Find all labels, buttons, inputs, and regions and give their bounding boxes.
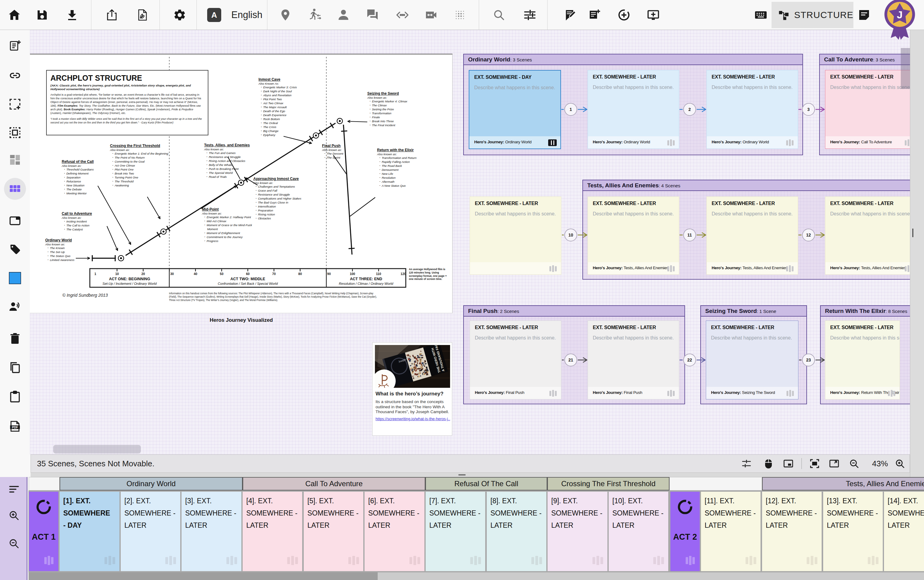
link-icon[interactable] bbox=[9, 69, 21, 82]
timeline-scene-cell[interactable]: [10]. EXT. SOMEWHERE - LATER bbox=[609, 492, 668, 571]
select-area-add-icon[interactable] bbox=[9, 98, 21, 110]
connector-number[interactable]: 1 bbox=[564, 103, 577, 116]
location-pin-icon[interactable] bbox=[279, 8, 292, 22]
connector-number[interactable]: 21 bbox=[564, 354, 577, 366]
scene-card[interactable]: EXT. SOMEWHERE - LATERDescribe what happ… bbox=[707, 70, 798, 149]
voice-person-icon[interactable] bbox=[9, 300, 21, 313]
web-card-link[interactable]: https://screenwriting.io/what-is-the-her… bbox=[376, 417, 450, 421]
dot-grid-icon[interactable] bbox=[453, 8, 466, 22]
connector-number[interactable]: 23 bbox=[802, 354, 815, 366]
note-add-icon[interactable] bbox=[588, 8, 601, 22]
timeline-scene-cell[interactable]: [4]. EXT. SOMEWHERE - LATER bbox=[243, 492, 302, 571]
timeline-scene-cell[interactable]: [12]. EXT. SOMEWHERE - LATER bbox=[762, 492, 822, 571]
connector-number[interactable]: 3 bbox=[802, 103, 815, 116]
connector-number[interactable]: 2 bbox=[683, 103, 696, 116]
comment-note-icon[interactable] bbox=[857, 8, 871, 22]
mouse-icon[interactable] bbox=[763, 458, 774, 469]
timeline-section[interactable]: Refusal Of The Call bbox=[425, 477, 547, 491]
scene-card[interactable]: EXT. SOMEWHERE - LATERDescribe what happ… bbox=[707, 196, 798, 275]
timeline-section[interactable]: Call To Adventure bbox=[243, 477, 425, 491]
camera-move-icon[interactable] bbox=[425, 8, 438, 22]
tag-icon[interactable] bbox=[9, 243, 21, 255]
timeline-scene-cell[interactable]: [3]. EXT. SOMEWHERE - LATER bbox=[181, 492, 241, 571]
language-badge[interactable]: A bbox=[207, 8, 221, 22]
clipboard-icon[interactable] bbox=[9, 391, 21, 403]
fit-screen-icon[interactable] bbox=[829, 458, 839, 469]
keyboard-icon[interactable] bbox=[754, 8, 768, 22]
timeline-scrollbar[interactable] bbox=[28, 572, 924, 580]
filter-list-icon[interactable] bbox=[8, 484, 20, 495]
note-add-icon[interactable] bbox=[9, 40, 21, 52]
select-all-icon[interactable] bbox=[9, 127, 21, 139]
settings-gear-icon[interactable] bbox=[173, 8, 186, 22]
save-icon[interactable] bbox=[35, 8, 49, 22]
pip-icon[interactable] bbox=[783, 458, 794, 469]
home-icon[interactable] bbox=[8, 8, 21, 22]
script-edit-icon[interactable] bbox=[564, 8, 578, 22]
scene-card[interactable]: EXT. SOMEWHERE - LATERDescribe what happ… bbox=[588, 196, 679, 275]
scene-card[interactable]: EXT. SOMEWHERE - LATERDescribe what happ… bbox=[825, 196, 910, 275]
pdf-export-icon[interactable] bbox=[136, 8, 149, 22]
timeline-scene-cell[interactable]: [5]. EXT. SOMEWHERE - LATER bbox=[304, 492, 363, 571]
timeline-scene-cell[interactable]: [2]. EXT. SOMEWHERE - LATER bbox=[121, 492, 180, 571]
tune-icon[interactable] bbox=[741, 458, 752, 469]
canvas-vertical-scrollbar[interactable] bbox=[901, 48, 910, 89]
timeline-scene-cell[interactable]: [11]. EXT. SOMEWHERE - LATER bbox=[701, 492, 761, 571]
timeline-section[interactable]: Crossing The First Threshold bbox=[547, 477, 669, 491]
pdf-box-icon[interactable]: PDF bbox=[9, 420, 21, 432]
grid-view-icon[interactable] bbox=[9, 183, 21, 195]
web-link-card[interactable]: Joseph Campbell THE HERO WITH A THOUSAND… bbox=[372, 342, 452, 436]
scene-card[interactable]: EXT. SOMEWHERE - DAYDescribe what happen… bbox=[469, 70, 561, 149]
scene-card[interactable]: EXT. SOMEWHERE - LATERDescribe what happ… bbox=[825, 321, 900, 399]
connector-number[interactable]: 10 bbox=[564, 229, 577, 241]
tune-icon[interactable] bbox=[523, 8, 537, 22]
trash-icon[interactable] bbox=[9, 333, 21, 345]
download-icon[interactable] bbox=[65, 8, 79, 22]
panel-handle[interactable] bbox=[912, 229, 913, 237]
color-swatch[interactable] bbox=[9, 272, 21, 284]
language-label[interactable]: English bbox=[231, 0, 262, 30]
add-circle-icon[interactable] bbox=[617, 8, 631, 22]
timeline-scene-cell[interactable]: [7]. EXT. SOMEWHERE - LATER bbox=[426, 492, 485, 571]
scene-card[interactable]: EXT. SOMEWHERE - LATERDescribe what happ… bbox=[588, 321, 679, 399]
archplot-document[interactable]: 1102030405060708090100110120ACT ONE: BEG… bbox=[30, 54, 453, 313]
zoom-in-icon[interactable] bbox=[8, 510, 20, 521]
zoom-out-icon[interactable] bbox=[8, 538, 20, 549]
scene-card[interactable]: EXT. SOMEWHERE - LATERDescribe what happ… bbox=[825, 70, 910, 149]
center-focus-icon[interactable] bbox=[809, 458, 820, 469]
connector-number[interactable]: 11 bbox=[683, 229, 696, 241]
folder-tab-icon[interactable] bbox=[9, 214, 21, 227]
dashboard-icon[interactable] bbox=[9, 154, 21, 166]
zoom-out-icon[interactable] bbox=[849, 458, 859, 469]
avatar-badge[interactable]: J bbox=[884, 0, 916, 40]
monitor-add-icon[interactable] bbox=[647, 8, 660, 22]
connector-number[interactable]: 22 bbox=[683, 354, 696, 366]
timeline-resize-handle[interactable] bbox=[458, 474, 466, 476]
share-icon[interactable] bbox=[105, 8, 119, 22]
scene-card[interactable]: EXT. SOMEWHERE - LATERDescribe what happ… bbox=[469, 196, 561, 275]
scene-card[interactable]: EXT. SOMEWHERE - LATERDescribe what happ… bbox=[706, 321, 799, 399]
search-icon[interactable] bbox=[492, 8, 506, 22]
timeline-scene-cell[interactable]: [6]. EXT. SOMEWHERE - LATER bbox=[364, 492, 425, 571]
scene-card[interactable]: EXT. SOMEWHERE - LATERDescribe what happ… bbox=[469, 321, 561, 399]
copy-icon[interactable] bbox=[9, 361, 21, 374]
timeline-scene-cell[interactable]: [14]. EXT. SOMEWHERE - LATER bbox=[884, 492, 924, 571]
canvas-horizontal-scrollbar[interactable] bbox=[53, 445, 141, 453]
timeline-act-cell[interactable]: ACT 2 bbox=[670, 492, 700, 571]
dialogue-icon[interactable] bbox=[366, 8, 379, 22]
timeline-act-cell[interactable]: ACT 1 bbox=[29, 492, 58, 571]
connector-number[interactable]: 12 bbox=[802, 229, 815, 241]
timeline-scene-cell[interactable]: [8]. EXT. SOMEWHERE - LATER bbox=[487, 492, 546, 571]
timeline-scene-cell[interactable]: [1]. EXT. SOMEWHERE - DAY bbox=[59, 492, 119, 571]
character-icon[interactable] bbox=[337, 8, 350, 22]
timeline-scene-cell[interactable]: [13]. EXT. SOMEWHERE - LATER bbox=[823, 492, 883, 571]
canvas[interactable]: 1102030405060708090100110120ACT ONE: BEG… bbox=[30, 30, 910, 455]
structure-button[interactable]: STRUCTURE bbox=[771, 2, 853, 28]
timeline-scrollbar-thumb[interactable] bbox=[29, 572, 378, 580]
timeline-section[interactable]: Ordinary World bbox=[59, 477, 243, 491]
timeline-section[interactable]: Tests, Allies And Enemies bbox=[762, 477, 924, 491]
character-walk-icon[interactable] bbox=[309, 8, 322, 22]
zoom-in-icon[interactable] bbox=[895, 458, 905, 469]
scene-card[interactable]: EXT. SOMEWHERE - LATERDescribe what happ… bbox=[588, 70, 679, 149]
code-icon[interactable] bbox=[396, 8, 409, 22]
